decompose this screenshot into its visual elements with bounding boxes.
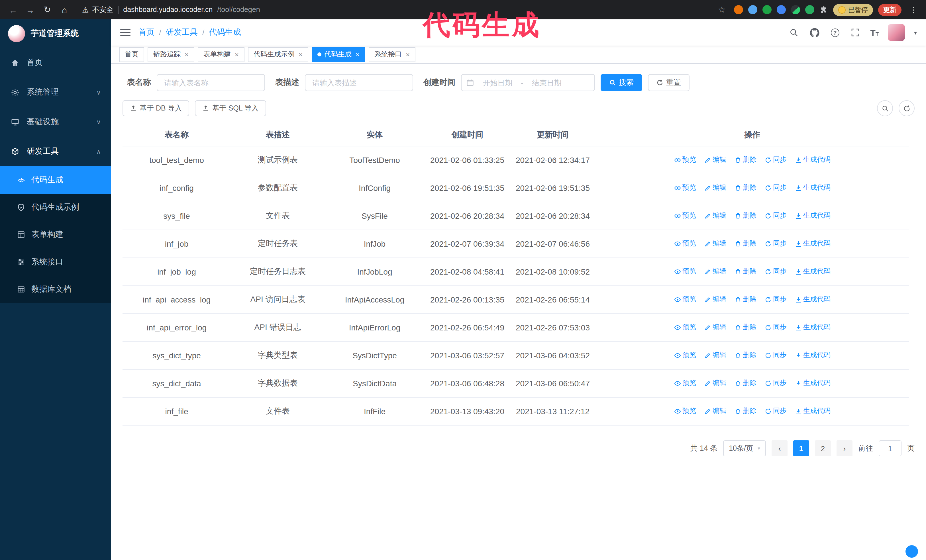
hamburger-menu-icon[interactable] (120, 29, 130, 36)
action-preview[interactable]: 预览 (674, 239, 696, 249)
action-generate-code[interactable]: 生成代码 (794, 379, 831, 388)
action-delete[interactable]: 删除 (734, 239, 757, 249)
close-icon[interactable]: × (185, 50, 189, 58)
extension-icon-blue[interactable] (748, 5, 757, 14)
home-button[interactable]: ⌂ (57, 2, 72, 17)
action-preview[interactable]: 预览 (674, 295, 696, 305)
tab-codegen[interactable]: 代码生成 × (312, 47, 365, 62)
action-delete[interactable]: 删除 (734, 323, 757, 332)
back-button[interactable]: ← (6, 2, 21, 17)
sidebar-subitem-codegen-example[interactable]: 代码生成示例 (0, 194, 111, 221)
close-icon[interactable]: × (406, 50, 410, 58)
security-badge[interactable]: ⚠ 不安全 (82, 5, 113, 15)
user-avatar[interactable] (888, 24, 905, 41)
sidebar-item-home[interactable]: 首页 (0, 48, 111, 77)
action-sync[interactable]: 同步 (764, 406, 787, 416)
refresh-table-button[interactable] (899, 100, 915, 116)
github-icon[interactable] (809, 27, 820, 38)
action-sync[interactable]: 同步 (764, 351, 787, 360)
fullscreen-icon[interactable] (850, 27, 861, 38)
close-icon[interactable]: × (299, 50, 303, 58)
action-edit[interactable]: 编辑 (704, 379, 726, 388)
extension-icon-dark-green[interactable] (791, 5, 800, 14)
paused-badge[interactable]: 已暂停 (833, 4, 873, 16)
tab-system-api[interactable]: 系统接口 × (369, 47, 415, 62)
action-delete[interactable]: 删除 (734, 406, 757, 416)
sidebar-subitem-form-builder[interactable]: 表单构建 (0, 221, 111, 248)
action-generate-code[interactable]: 生成代码 (794, 239, 831, 249)
sidebar-subitem-system-api[interactable]: 系统接口 (0, 248, 111, 276)
action-delete[interactable]: 删除 (734, 267, 757, 276)
action-edit[interactable]: 编辑 (704, 295, 726, 305)
tab-trace[interactable]: 链路追踪 × (148, 47, 194, 62)
action-edit[interactable]: 编辑 (704, 239, 726, 249)
import-sql-button[interactable]: 基于 SQL 导入 (195, 100, 266, 116)
action-edit[interactable]: 编辑 (704, 351, 726, 360)
date-range-picker[interactable]: - (461, 74, 595, 91)
sidebar-item-infrastructure[interactable]: 基础设施 ∨ (0, 107, 111, 137)
table-name-input[interactable] (157, 74, 265, 91)
toggle-search-button[interactable] (877, 100, 893, 116)
sidebar-subitem-codegen[interactable]: </> 代码生成 (0, 166, 111, 194)
action-generate-code[interactable]: 生成代码 (794, 351, 831, 360)
action-generate-code[interactable]: 生成代码 (794, 267, 831, 276)
close-icon[interactable]: × (235, 50, 239, 58)
action-generate-code[interactable]: 生成代码 (794, 183, 831, 193)
extension-icon-leaf[interactable] (805, 5, 814, 14)
forward-button[interactable]: → (23, 2, 38, 17)
tab-codegen-example[interactable]: 代码生成示例 × (248, 47, 308, 62)
action-preview[interactable]: 预览 (674, 267, 696, 276)
tab-home[interactable]: 首页 (119, 47, 144, 62)
action-delete[interactable]: 删除 (734, 211, 757, 221)
sidebar-item-system-management[interactable]: 系统管理 ∨ (0, 77, 111, 107)
action-sync[interactable]: 同步 (764, 155, 787, 165)
action-preview[interactable]: 预览 (674, 351, 696, 360)
action-delete[interactable]: 删除 (734, 183, 757, 193)
logo[interactable]: 芋道管理系统 (0, 20, 111, 48)
help-icon[interactable]: ? (829, 27, 841, 38)
search-icon[interactable] (788, 27, 800, 38)
bookmark-star-icon[interactable]: ☆ (718, 5, 731, 15)
extension-icon-orange[interactable] (734, 5, 743, 14)
action-delete[interactable]: 删除 (734, 295, 757, 305)
sidebar-subitem-database-docs[interactable]: 数据库文档 (0, 276, 111, 303)
breadcrumb-home[interactable]: 首页 (138, 27, 154, 38)
page-button-2[interactable]: 2 (815, 440, 831, 456)
action-delete[interactable]: 删除 (734, 351, 757, 360)
action-generate-code[interactable]: 生成代码 (794, 323, 831, 332)
action-preview[interactable]: 预览 (674, 323, 696, 332)
avatar-caret-down-icon[interactable]: ▾ (914, 29, 917, 36)
action-sync[interactable]: 同步 (764, 323, 787, 332)
date-start-input[interactable] (475, 78, 520, 87)
action-delete[interactable]: 删除 (734, 379, 757, 388)
extensions-puzzle-icon[interactable] (819, 5, 828, 14)
tab-form-builder[interactable]: 表单构建 × (198, 47, 244, 62)
font-size-icon[interactable]: TT (870, 28, 879, 37)
action-edit[interactable]: 编辑 (704, 183, 726, 193)
extension-icon-people[interactable] (776, 5, 785, 14)
action-sync[interactable]: 同步 (764, 211, 787, 221)
address-bar[interactable]: ⚠ 不安全 dashboard.yudao.iocoder.cn/tool/co… (74, 5, 731, 15)
action-generate-code[interactable]: 生成代码 (794, 406, 831, 416)
table-desc-input[interactable] (305, 74, 413, 91)
action-preview[interactable]: 预览 (674, 183, 696, 193)
reload-button[interactable]: ↻ (40, 2, 55, 17)
action-sync[interactable]: 同步 (764, 239, 787, 249)
goto-page-input[interactable] (879, 440, 902, 456)
page-size-select[interactable]: 10条/页 ▾ (723, 440, 766, 456)
date-end-input[interactable] (525, 78, 569, 87)
action-preview[interactable]: 预览 (674, 155, 696, 165)
action-preview[interactable]: 预览 (674, 406, 696, 416)
action-edit[interactable]: 编辑 (704, 323, 726, 332)
next-page-button[interactable]: › (837, 440, 852, 456)
action-edit[interactable]: 编辑 (704, 155, 726, 165)
action-generate-code[interactable]: 生成代码 (794, 211, 831, 221)
action-delete[interactable]: 删除 (734, 155, 757, 165)
sidebar-item-dev-tools[interactable]: 研发工具 ∧ (0, 137, 111, 166)
search-button[interactable]: 搜索 (601, 74, 642, 91)
action-generate-code[interactable]: 生成代码 (794, 295, 831, 305)
action-generate-code[interactable]: 生成代码 (794, 155, 831, 165)
action-sync[interactable]: 同步 (764, 379, 787, 388)
action-sync[interactable]: 同步 (764, 183, 787, 193)
floating-settings-button[interactable] (905, 545, 918, 558)
